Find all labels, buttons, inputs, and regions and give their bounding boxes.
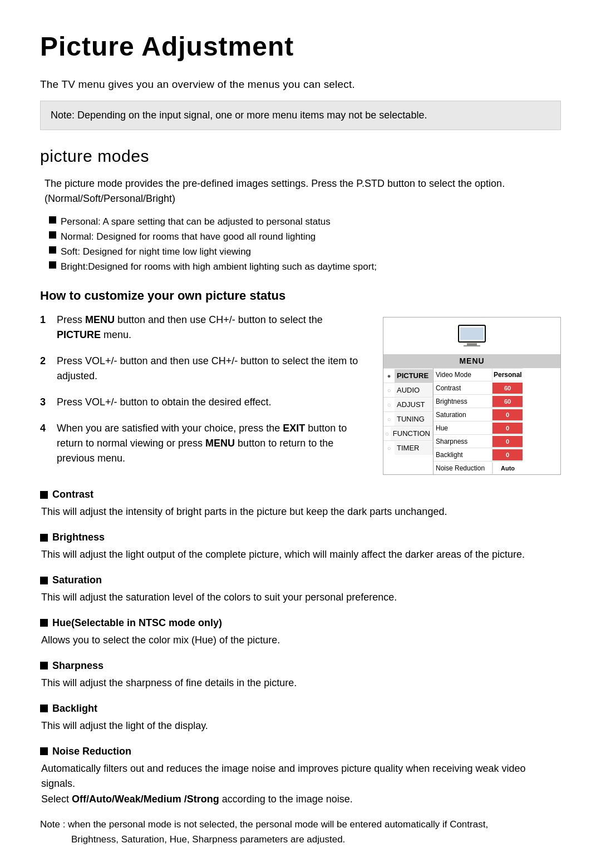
submenu-saturation-value: 0: [492, 409, 523, 421]
detail-contrast-body: This will adjust the intensity of bright…: [40, 504, 561, 520]
step-text-1: Press MENU button and then use CH+/- but…: [57, 313, 365, 343]
detail-saturation-header: Saturation: [52, 573, 102, 588]
menu-row-audio: ○ AUDIO: [383, 383, 433, 397]
menu-content: ● PICTURE ○ AUDIO ○ ADJUST ○ TUNING: [383, 368, 560, 474]
step-text-4: When you are satisfied with your choice,…: [57, 421, 365, 466]
submenu-row-contrast: Contrast 60: [433, 381, 523, 394]
submenu-row-backlight: Backlight 0: [433, 448, 523, 461]
submenu-row-saturation: Saturation 0: [433, 408, 523, 421]
picture-modes-title: picture modes: [40, 143, 561, 168]
submenu-contrast-label: Contrast: [433, 382, 492, 394]
svg-rect-2: [464, 345, 480, 346]
detail-bullet-icon: [40, 705, 48, 712]
submenu-row-sharpness: Sharpness 0: [433, 434, 523, 448]
submenu-backlight-value: 0: [492, 449, 523, 461]
submenu-saturation-label: Saturation: [433, 409, 492, 421]
detail-brightness: Brightness This will adjust the light ou…: [40, 530, 561, 563]
submenu-sharpness-label: Sharpness: [433, 435, 492, 448]
step-2: 2 Press VOL+/- button and then use CH+/-…: [40, 354, 365, 384]
steps-list: 1 Press MENU button and then use CH+/- b…: [40, 313, 365, 477]
detail-hue: Hue(Selectable in NTSC mode only) Allows…: [40, 616, 561, 648]
menu-item-tuning: TUNING: [395, 413, 433, 426]
detail-bullet-icon: [40, 534, 48, 542]
submenu-contrast-value: 60: [492, 383, 523, 394]
submenu-first-row: Video Mode Personal: [433, 368, 523, 381]
detail-bullet-icon: [40, 662, 48, 669]
submenu-brightness-label: Brightness: [433, 395, 492, 408]
bullet-icon: [49, 231, 56, 239]
submenu-brightness-value: 60: [492, 396, 523, 408]
note-text: Note: Depending on the input signal, one…: [51, 110, 427, 121]
bullet-icon: [49, 216, 56, 224]
page-title: Picture Adjustment: [40, 27, 561, 67]
submenu-column: Video Mode Personal Contrast 60 Brightne…: [433, 368, 523, 474]
menu-item-timer: TIMER: [395, 442, 433, 455]
menu-diagram: MENU ● PICTURE ○ AUDIO ○ ADJUST: [383, 317, 561, 477]
detail-noise-body: Automatically filters out and reduces th…: [40, 761, 561, 808]
menu-row-timer: ○ TIMER: [383, 440, 433, 455]
detail-hue-header: Hue(Selectable in NTSC mode only): [52, 616, 222, 631]
submenu-noise-label: Noise Reduction: [433, 462, 492, 474]
detail-bullet-icon: [40, 491, 48, 499]
step-num-2: 2: [40, 354, 52, 369]
step-text-3: Press VOL+/- button to obtain the desire…: [57, 395, 365, 410]
step-4: 4 When you are satisfied with your choic…: [40, 421, 365, 466]
menu-item-audio: AUDIO: [395, 384, 433, 397]
menu-item-picture: PICTURE: [395, 369, 433, 383]
submenu-noise-value: Auto: [492, 463, 523, 474]
detail-noise-body-part2: Select Off/Auto/Weak/Medium /Strong acco…: [41, 793, 353, 805]
menu-row-tuning: ○ TUNING: [383, 411, 433, 426]
detail-saturation-body: This will adjust the saturation level of…: [40, 590, 561, 606]
detail-brightness-header: Brightness: [52, 530, 105, 545]
step-num-3: 3: [40, 395, 52, 410]
submenu-row-brightness: Brightness 60: [433, 394, 523, 408]
bottom-note-text: Note : when the personal mode is not sel…: [40, 819, 488, 830]
submenu-hue-value: 0: [492, 423, 523, 434]
steps-area: 1 Press MENU button and then use CH+/- b…: [40, 313, 561, 477]
detail-backlight-header: Backlight: [52, 701, 97, 716]
step-num-1: 1: [40, 313, 52, 328]
menu-row-adjust: ○ ADJUST: [383, 397, 433, 411]
menu-row-picture: ● PICTURE: [383, 368, 433, 383]
detail-hue-body: Allows you to select the color mix (Hue)…: [40, 633, 561, 648]
detail-noise: Noise Reduction Automatically filters ou…: [40, 744, 561, 808]
picture-modes-intro: The picture mode provides the pre-define…: [40, 176, 561, 206]
intro-text: The TV menu gives you an overview of the…: [40, 77, 561, 93]
list-item: Soft: Designed for night time low light …: [49, 244, 561, 259]
menu-row-function: ○ FUNCTION: [383, 426, 433, 440]
step-text-2: Press VOL+/- button and then use CH+/- b…: [57, 354, 365, 384]
detail-saturation: Saturation This will adjust the saturati…: [40, 573, 561, 606]
customize-title: How to customize your own picture status: [40, 286, 561, 305]
note-box: Note: Depending on the input signal, one…: [40, 101, 561, 130]
submenu-sharpness-value: 0: [492, 436, 523, 448]
submenu-row-hue: Hue 0: [433, 421, 523, 434]
list-item: Personal: A spare setting that can be ad…: [49, 214, 561, 229]
detail-noise-header: Noise Reduction: [52, 744, 131, 759]
menu-item-adjust: ADJUST: [395, 398, 433, 411]
bottom-note: Note : when the personal mode is not sel…: [40, 817, 561, 847]
tv-icon: [383, 318, 560, 354]
detail-bullet-icon: [40, 747, 48, 755]
step-num-4: 4: [40, 421, 52, 436]
menu-items-column: ● PICTURE ○ AUDIO ○ ADJUST ○ TUNING: [383, 368, 433, 474]
menu-item-function: FUNCTION: [391, 427, 433, 440]
detail-sharpness-header: Sharpness: [52, 658, 104, 673]
detail-bullet-icon: [40, 577, 48, 584]
submenu-video-mode-label: Video Mode: [433, 369, 492, 381]
detail-noise-body-part1: Automatically filters out and reduces th…: [41, 763, 525, 790]
submenu-row-noise: Noise Reduction Auto: [433, 461, 523, 474]
submenu-video-mode-value: Personal: [492, 369, 523, 381]
page-number: 22: [40, 865, 561, 868]
submenu-hue-label: Hue: [433, 422, 492, 434]
detail-bullet-icon: [40, 619, 48, 627]
list-item: Normal: Designed for rooms that have goo…: [49, 229, 561, 244]
submenu-backlight-label: Backlight: [433, 449, 492, 461]
bottom-note-indent: Brightness, Saturation, Hue, Sharpness p…: [40, 834, 345, 845]
detail-backlight: Backlight This will adjust the light of …: [40, 701, 561, 734]
detail-backlight-body: This will adjust the light of the displa…: [40, 718, 561, 734]
menu-label: MENU: [383, 354, 560, 368]
detail-sharpness-body: This will adjust the sharpness of fine d…: [40, 676, 561, 691]
detail-contrast: Contrast This will adjust the intensity …: [40, 487, 561, 520]
svg-rect-1: [467, 343, 477, 345]
menu-diagram-inner: MENU ● PICTURE ○ AUDIO ○ ADJUST: [383, 317, 561, 475]
